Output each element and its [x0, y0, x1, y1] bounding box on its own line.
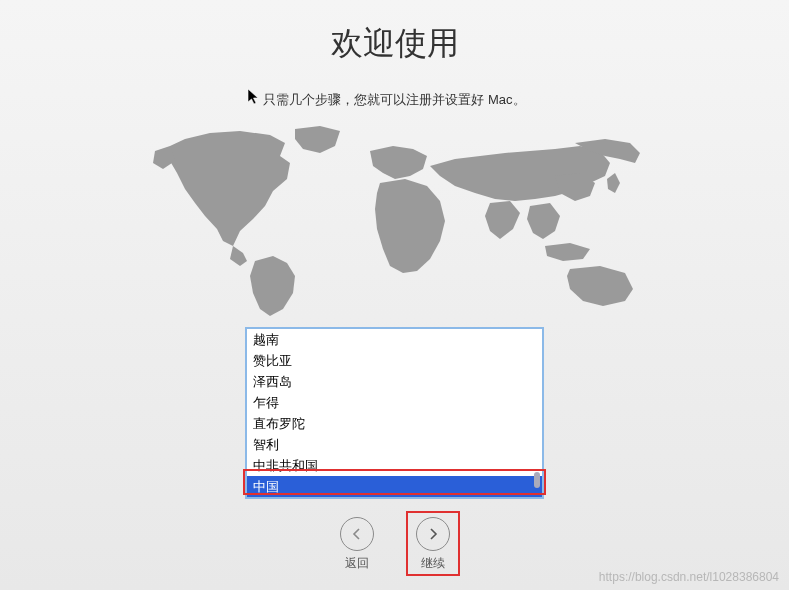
back-button[interactable]: 返回	[340, 517, 374, 572]
country-item[interactable]: 乍得	[247, 392, 542, 413]
country-item[interactable]: 赞比亚	[247, 350, 542, 371]
country-item[interactable]: 中非共和国	[247, 455, 542, 476]
watermark-text: https://blog.csdn.net/l1028386804	[599, 570, 779, 584]
continue-label: 继续	[421, 555, 445, 572]
back-label: 返回	[345, 555, 369, 572]
country-list-box[interactable]: 越南赞比亚泽西岛乍得直布罗陀智利中非共和国中国	[245, 327, 544, 499]
page-title: 欢迎使用	[0, 0, 789, 66]
scrollbar-thumb[interactable]	[534, 472, 540, 488]
country-list[interactable]: 越南赞比亚泽西岛乍得直布罗陀智利中非共和国中国	[247, 329, 542, 497]
arrow-right-icon	[416, 517, 450, 551]
page-subtitle: 只需几个步骤，您就可以注册并设置好 Mac。	[0, 91, 789, 109]
country-item[interactable]: 泽西岛	[247, 371, 542, 392]
country-item[interactable]: 直布罗陀	[247, 413, 542, 434]
country-item[interactable]: 智利	[247, 434, 542, 455]
country-item[interactable]: 越南	[247, 329, 542, 350]
world-map-image	[135, 121, 655, 321]
country-item[interactable]: 中国	[247, 476, 542, 497]
arrow-left-icon	[340, 517, 374, 551]
continue-button[interactable]: 继续	[416, 517, 450, 572]
